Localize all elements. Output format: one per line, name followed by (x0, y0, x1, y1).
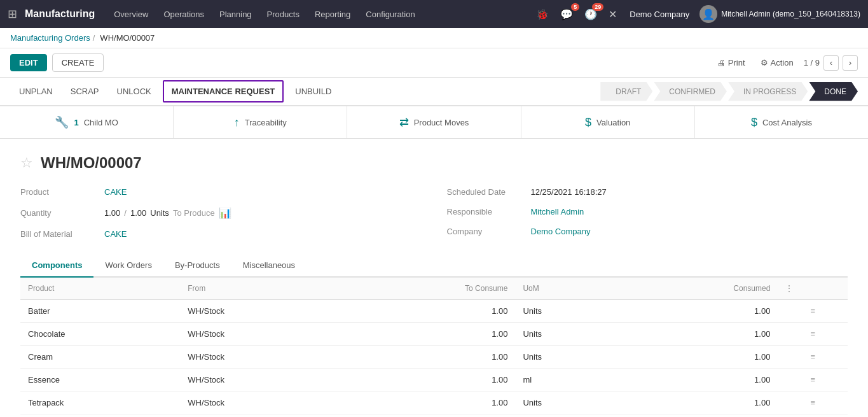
form-tab-miscellaneous[interactable]: Miscellaneous (231, 254, 307, 278)
cell-consumed: 1.00 (619, 369, 778, 392)
valuation-label: Valuation (596, 118, 630, 127)
quantity-row: 1.00 / 1.00 Units To Produce 📊 (104, 207, 231, 219)
nav-reporting[interactable]: Reporting (308, 6, 357, 23)
cell-from: WH/Stock (180, 392, 338, 414)
tab-maintenance-request[interactable]: MAINTENANCE REQUEST (163, 80, 284, 102)
status-in-progress[interactable]: IN PROGRESS (728, 82, 808, 101)
cell-consumed: 1.00 (619, 392, 778, 414)
smart-btn-cost-analysis[interactable]: $ Cost Analysis (695, 106, 868, 138)
tab-unplan[interactable]: UNPLAN (10, 80, 62, 102)
wrench-icon: 🔧 (55, 115, 69, 129)
bug-icon[interactable]: 🐞 (534, 6, 551, 23)
field-company: Company Demo Company (447, 227, 848, 236)
tab-unbuild[interactable]: UNBUILD (286, 80, 340, 102)
qty-total: 1.00 (130, 208, 146, 218)
cell-consumed: 1.00 (619, 346, 778, 369)
field-bom: Bill of Material CAKE (20, 229, 422, 239)
cell-uom: Units (515, 346, 619, 369)
table-row: Chocolate WH/Stock 1.00 Units 1.00 ≡ (20, 323, 848, 346)
smart-btn-valuation[interactable]: $ Valuation (521, 106, 695, 138)
breadcrumb-bar: Manufacturing Orders / WH/MO/00007 (0, 28, 868, 48)
nav-products[interactable]: Products (261, 6, 306, 23)
forecast-icon[interactable]: 📊 (219, 207, 231, 219)
action-bar: EDIT CREATE 🖨 Print ⚙ Action 1 / 9 ‹ › (0, 48, 868, 78)
smart-btn-product-moves[interactable]: ⇄ Product Moves (347, 106, 521, 138)
traceability-icon: ↑ (234, 116, 240, 129)
cell-detail-icon[interactable]: ≡ (778, 346, 848, 369)
nav-icons: 🐞 💬 5 🕐 29 ✕ (534, 6, 619, 23)
cell-detail-icon[interactable]: ≡ (778, 369, 848, 392)
edit-button[interactable]: EDIT (10, 54, 47, 71)
cell-detail-icon[interactable]: ≡ (778, 323, 848, 346)
smart-btn-child-mo[interactable]: 🔧 1 Child MO (0, 106, 174, 138)
cell-product: Chocolate (20, 323, 180, 346)
field-value-product[interactable]: CAKE (104, 187, 127, 197)
print-button[interactable]: 🖨 Print (712, 54, 750, 71)
cell-product: Batter (20, 300, 180, 323)
cell-product: Essence (20, 369, 180, 392)
col-header-product: Product (20, 278, 180, 300)
status-confirmed[interactable]: CONFIRMED (654, 82, 727, 101)
col-header-from: From (180, 278, 338, 300)
cell-product: Tetrapack (20, 392, 180, 414)
form-tab-by-products[interactable]: By-Products (163, 254, 231, 278)
clock-icon[interactable]: 🕐 29 (582, 6, 600, 23)
gear-icon: ⚙ (761, 58, 768, 67)
favorite-star-icon[interactable]: ☆ (20, 155, 33, 171)
smart-btn-traceability[interactable]: ↑ Traceability (174, 106, 347, 138)
qty-produced: 1.00 (104, 208, 120, 218)
field-product: Product CAKE (20, 187, 422, 197)
pager-prev-button[interactable]: ‹ (823, 55, 839, 71)
app-grid-icon[interactable]: ⊞ (8, 7, 17, 21)
fields-grid: Product CAKE Quantity 1.00 / 1.00 Units … (20, 187, 848, 239)
cell-from: WH/Stock (180, 346, 338, 369)
form-container: ☆ WH/MO/00007 Product CAKE Quantity 1.00 (0, 139, 868, 417)
action-button[interactable]: ⚙ Action (755, 54, 799, 71)
field-label-responsible: Responsible (447, 207, 523, 216)
pager-next-button[interactable]: › (843, 55, 858, 71)
cell-from: WH/Stock (180, 369, 338, 392)
app-name: Manufacturing (25, 8, 95, 20)
form-tab-components[interactable]: Components (20, 254, 93, 278)
close-nav-icon[interactable]: ✕ (606, 6, 619, 23)
cell-detail-icon[interactable]: ≡ (778, 392, 848, 414)
field-responsible: Responsible Mitchell Admin (447, 207, 848, 216)
nav-planning[interactable]: Planning (213, 6, 258, 23)
tab-scrap[interactable]: SCRAP (62, 80, 108, 102)
cell-to-consume: 1.00 (338, 323, 515, 346)
record-title: WH/MO/00007 (41, 154, 142, 172)
form-tab-work-orders[interactable]: Work Orders (93, 254, 163, 278)
field-label-bom: Bill of Material (20, 229, 97, 239)
company-name: Demo Company (622, 10, 697, 19)
cell-to-consume: 1.00 (338, 300, 515, 323)
print-icon: 🖨 (717, 58, 726, 67)
cell-consumed: 1.00 (619, 300, 778, 323)
cell-uom: Units (515, 392, 619, 414)
fields-left: Product CAKE Quantity 1.00 / 1.00 Units … (20, 187, 422, 239)
cell-detail-icon[interactable]: ≡ (778, 300, 848, 323)
col-header-options: ⋮ (778, 278, 848, 300)
create-button[interactable]: CREATE (52, 53, 104, 72)
tab-unlock[interactable]: UNLOCK (108, 80, 160, 102)
status-pipeline: DRAFT CONFIRMED IN PROGRESS DONE (599, 82, 858, 101)
nav-operations[interactable]: Operations (157, 6, 210, 23)
child-mo-count: 1 (74, 118, 78, 127)
breadcrumb-current: WH/MO/00007 (100, 33, 155, 43)
status-done[interactable]: DONE (809, 82, 858, 101)
field-value-bom[interactable]: CAKE (104, 229, 127, 239)
status-draft[interactable]: DRAFT (600, 82, 652, 101)
field-label-quantity: Quantity (20, 208, 97, 218)
chat-icon[interactable]: 💬 5 (558, 6, 575, 23)
user-menu[interactable]: 👤 Mitchell Admin (demo_150_1640418313) (699, 5, 860, 23)
breadcrumb-parent[interactable]: Manufacturing Orders (10, 33, 90, 43)
field-value-company[interactable]: Demo Company (531, 227, 591, 236)
nav-overview[interactable]: Overview (107, 6, 155, 23)
cell-from: WH/Stock (180, 300, 338, 323)
cell-consumed: 1.00 (619, 323, 778, 346)
nav-configuration[interactable]: Configuration (359, 6, 421, 23)
cell-from: WH/Stock (180, 323, 338, 346)
field-value-responsible[interactable]: Mitchell Admin (531, 207, 584, 216)
field-label-company: Company (447, 227, 523, 236)
breadcrumb: Manufacturing Orders / WH/MO/00007 (10, 33, 157, 43)
col-header-consumed: Consumed (619, 278, 778, 300)
